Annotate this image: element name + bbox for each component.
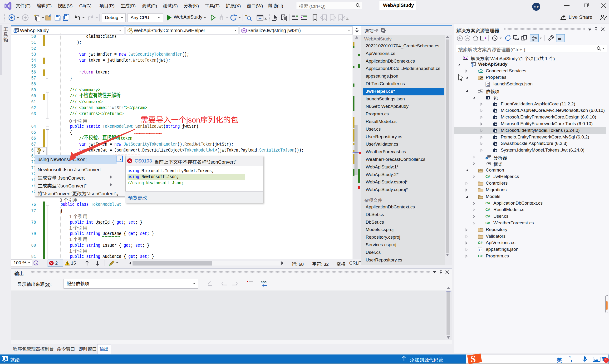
svg-text:{): {) <box>479 248 482 251</box>
svg-text:{): {) <box>486 83 489 86</box>
svg-text:abc: abc <box>261 280 266 284</box>
svg-text:S: S <box>471 353 476 364</box>
